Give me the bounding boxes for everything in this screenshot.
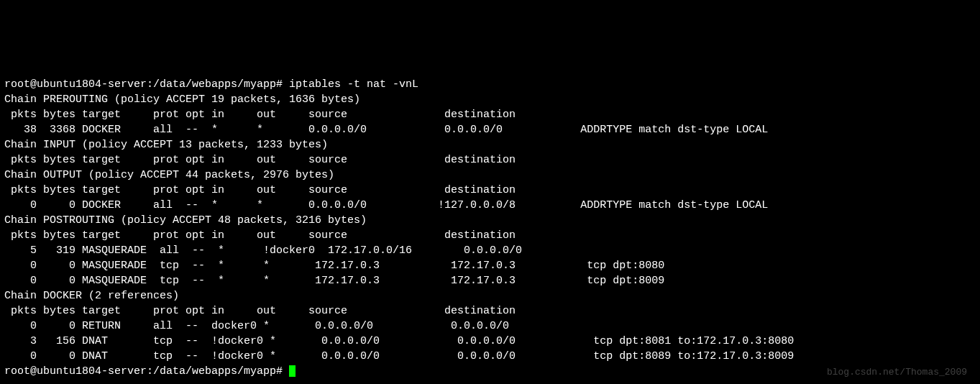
- rule-row: 0 0 MASQUERADE tcp -- * * 172.17.0.3 172…: [4, 273, 976, 288]
- chain-header-output: Chain OUTPUT (policy ACCEPT 44 packets, …: [4, 168, 976, 183]
- chain-header-docker: Chain DOCKER (2 references): [4, 288, 976, 303]
- columns-header: pkts bytes target prot opt in out source…: [4, 183, 976, 198]
- prompt-text: root@ubuntu1804-server:/data/webapps/mya…: [4, 365, 289, 378]
- columns-header: pkts bytes target prot opt in out source…: [4, 107, 976, 122]
- rule-row: 0 0 RETURN all -- docker0 * 0.0.0.0/0 0.…: [4, 319, 976, 334]
- columns-header: pkts bytes target prot opt in out source…: [4, 152, 976, 168]
- rule-row: 0 0 MASQUERADE tcp -- * * 172.17.0.3 172…: [4, 258, 976, 273]
- watermark-text: blog.csdn.net/Thomas_2009: [827, 365, 967, 380]
- rule-row: 3 156 DNAT tcp -- !docker0 * 0.0.0.0/0 0…: [4, 334, 976, 349]
- rule-row: 38 3368 DOCKER all -- * * 0.0.0.0/0 0.0.…: [4, 122, 976, 137]
- columns-header: pkts bytes target prot opt in out source…: [4, 228, 976, 243]
- chain-header-input: Chain INPUT (policy ACCEPT 13 packets, 1…: [4, 137, 976, 152]
- chain-header-postrouting: Chain POSTROUTING (policy ACCEPT 48 pack…: [4, 213, 976, 228]
- prompt-line: root@ubuntu1804-server:/data/webapps/mya…: [4, 77, 976, 92]
- columns-header: pkts bytes target prot opt in out source…: [4, 303, 976, 319]
- rule-row: 0 0 DNAT tcp -- !docker0 * 0.0.0.0/0 0.0…: [4, 349, 976, 364]
- rule-row: 5 319 MASQUERADE all -- * !docker0 172.1…: [4, 243, 976, 258]
- terminal-output[interactable]: root@ubuntu1804-server:/data/webapps/mya…: [0, 76, 980, 380]
- cursor-icon: [289, 365, 296, 377]
- chain-header-prerouting: Chain PREROUTING (policy ACCEPT 19 packe…: [4, 92, 976, 107]
- rule-row: 0 0 DOCKER all -- * * 0.0.0.0/0 !127.0.0…: [4, 198, 976, 213]
